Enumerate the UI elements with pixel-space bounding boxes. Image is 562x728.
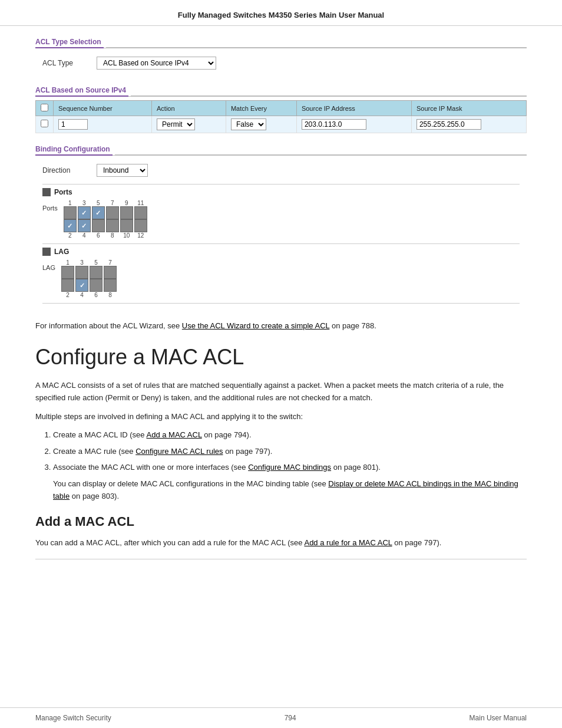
source-mask-input[interactable] — [416, 119, 481, 130]
acl-type-select[interactable]: ACL Based on Source IPv4 ACL Based on De… — [97, 57, 216, 70]
lag-bottom-row — [61, 279, 117, 292]
table-header-source-mask: Source IP Mask — [411, 101, 526, 116]
configure-mac-heading: Configure a MAC ACL — [35, 344, 527, 370]
table-header-match: Match Every — [226, 101, 296, 116]
table-header-action: Action — [151, 101, 226, 116]
match-cell: False True — [226, 116, 296, 133]
lag-grid-area: LAG 1 3 5 7 — [42, 259, 520, 298]
footer-right: Main User Manual — [470, 714, 527, 722]
source-mask-cell — [411, 116, 526, 133]
acl-ipv4-table: Sequence Number Action Match Every Sourc… — [35, 100, 527, 133]
port-11[interactable] — [134, 206, 147, 219]
source-ip-input[interactable] — [302, 119, 366, 130]
acl-wizard-link[interactable]: Use the ACL Wizard to create a simple AC… — [182, 321, 329, 330]
table-header-seq: Sequence Number — [54, 101, 152, 116]
lag-7[interactable] — [104, 266, 117, 279]
port-2[interactable] — [64, 219, 77, 232]
ports-icon — [42, 188, 51, 196]
lag-4[interactable] — [75, 279, 88, 292]
ports-bottom-row — [64, 219, 147, 232]
port-4[interactable] — [78, 219, 91, 232]
acl-type-label: ACL Type — [42, 59, 90, 67]
page-footer: Manage Switch Security 794 Main User Man… — [0, 707, 562, 728]
steps-intro: Multiple steps are involved in defining … — [35, 410, 527, 423]
port-5[interactable] — [92, 206, 105, 219]
footer-page-number: 794 — [285, 714, 296, 722]
acl-wizard-note: For information about the ACL Wizard, se… — [35, 320, 527, 332]
lag-bottom-nums: 2 4 6 8 — [61, 292, 117, 298]
lag-3[interactable] — [75, 266, 88, 279]
seq-cell — [54, 116, 152, 133]
direction-select[interactable]: Inbound Outbound — [97, 164, 148, 177]
acl-type-row: ACL Type ACL Based on Source IPv4 ACL Ba… — [35, 52, 527, 74]
acl-type-section: ACL Type Selection ACL Type ACL Based on… — [35, 38, 527, 78]
lag-row-label: LAG — [42, 259, 55, 271]
port-8[interactable] — [106, 219, 119, 232]
port-3[interactable] — [78, 206, 91, 219]
step-3: Associate the MAC ACL with one or more i… — [53, 461, 527, 502]
lag-top-nums: 1 3 5 7 — [61, 259, 117, 266]
lag-2[interactable] — [61, 279, 74, 292]
ports-row-label: Ports — [42, 200, 58, 212]
intro-text: A MAC ACL consists of a set of rules tha… — [35, 379, 527, 404]
lag-6[interactable] — [90, 279, 103, 292]
lag-8[interactable] — [104, 279, 117, 292]
lag-grid: 1 3 5 7 — [61, 259, 117, 298]
step-2: Create a MAC rule (see Configure MAC ACL… — [53, 445, 527, 457]
acl-ipv4-section: ACL Based on Source IPv4 Sequence Number… — [35, 86, 527, 137]
binding-note: You can display or delete MAC ACL config… — [53, 477, 527, 503]
step-1: Create a MAC ACL ID (see Add a MAC ACL o… — [53, 429, 527, 441]
steps-list: Create a MAC ACL ID (see Add a MAC ACL o… — [53, 429, 527, 502]
ports-section: Ports Ports 1 3 5 7 9 — [35, 182, 527, 308]
binding-section-title: Binding Configuration — [35, 145, 113, 156]
row-checkbox-cell — [36, 116, 54, 133]
acl-ipv4-section-title: ACL Based on Source IPv4 — [35, 86, 128, 97]
lag-top-row — [61, 266, 117, 279]
row-checkbox[interactable] — [41, 120, 48, 127]
seq-input[interactable] — [58, 119, 88, 130]
step-2-link[interactable]: Configure MAC ACL rules — [135, 447, 223, 456]
ports-grid: 1 3 5 7 9 11 — [64, 200, 147, 239]
ports-grid-area: Ports 1 3 5 7 9 11 — [42, 200, 520, 239]
ports-top-nums: 1 3 5 7 9 11 — [64, 200, 147, 206]
source-ip-cell — [296, 116, 411, 133]
lag-5[interactable] — [90, 266, 103, 279]
direction-label: Direction — [42, 166, 90, 174]
footer-left: Manage Switch Security — [35, 714, 111, 722]
add-mac-text: You can add a MAC ACL, after which you c… — [35, 536, 527, 549]
acl-type-section-title: ACL Type Selection — [35, 38, 104, 48]
ports-label: Ports — [54, 188, 72, 196]
lag-label: LAG — [54, 248, 69, 256]
table-header-checkbox — [36, 101, 54, 116]
action-cell: Permit Deny — [151, 116, 226, 133]
lag-1[interactable] — [61, 266, 74, 279]
table-header-source-ip: Source IP Address — [296, 101, 411, 116]
port-6[interactable] — [92, 219, 105, 232]
page-header: Fully Managed Switches M4350 Series Main… — [0, 0, 562, 26]
match-select[interactable]: False True — [231, 118, 266, 130]
port-1[interactable] — [64, 206, 77, 219]
step-1-link[interactable]: Add a MAC ACL — [146, 430, 201, 439]
table-row: Permit Deny False True — [36, 116, 527, 133]
port-7[interactable] — [106, 206, 119, 219]
select-all-checkbox[interactable] — [41, 104, 48, 111]
action-select[interactable]: Permit Deny — [157, 118, 195, 130]
ports-top-row — [64, 206, 147, 219]
ports-bottom-nums: 2 4 6 8 10 12 — [64, 232, 147, 239]
step-3-link[interactable]: Configure MAC bindings — [248, 463, 331, 472]
port-12[interactable] — [134, 219, 147, 232]
direction-row: Direction Inbound Outbound — [35, 159, 527, 182]
add-mac-heading: Add a MAC ACL — [35, 514, 527, 529]
port-10[interactable] — [120, 219, 133, 232]
binding-section: Binding Configuration Direction Inbound … — [35, 145, 527, 312]
lag-icon — [42, 248, 51, 256]
port-9[interactable] — [120, 206, 133, 219]
add-mac-link[interactable]: Add a rule for a MAC ACL — [304, 538, 392, 547]
